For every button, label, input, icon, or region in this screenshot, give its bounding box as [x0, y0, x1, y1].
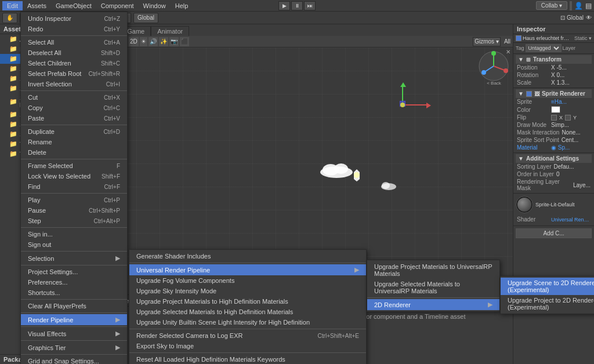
- folder-icon: 📁: [9, 140, 17, 148]
- upgrade-selected-hd[interactable]: Upgrade Selected Materials to High Defin…: [129, 307, 366, 317]
- rendering-mask-label: Rendering Layer Mask: [517, 179, 571, 191]
- add-component-button[interactable]: Add C...: [516, 228, 592, 238]
- menu-project-settings[interactable]: Project Settings...: [21, 267, 127, 277]
- select-children-label: Select Children: [28, 60, 71, 67]
- find-label: Find: [28, 183, 40, 190]
- render-camera-log-label: Render Selected Camera to Log EXR: [136, 332, 242, 339]
- generate-shader[interactable]: Generate Shader Includes: [129, 251, 366, 261]
- fx-toggle[interactable]: ✨: [159, 37, 168, 46]
- menu-deselect-all[interactable]: Deselect All Shift+D: [21, 48, 127, 58]
- upgrade-scene-2d[interactable]: Upgrade Scene to 2D Renderer (Experiment…: [501, 278, 594, 295]
- project-settings-label: Project Settings...: [28, 268, 78, 275]
- upgrade-sky[interactable]: Upgrade Sky Intensity Mode: [129, 286, 366, 296]
- menu-window[interactable]: Window: [139, 1, 171, 10]
- tag-select[interactable]: Untagged: [526, 44, 562, 52]
- menu-preferences[interactable]: Preferences...: [21, 277, 127, 287]
- render-camera-log[interactable]: Render Selected Camera to Log EXR Ctrl+S…: [129, 330, 366, 341]
- upgrade-fog[interactable]: Upgrade Fog Volume Components: [129, 275, 366, 286]
- menu-component[interactable]: Component: [96, 1, 139, 10]
- menu-render-pipeline[interactable]: Render Pipeline ▶: [21, 314, 127, 325]
- layers-icon[interactable]: ▤: [585, 2, 592, 10]
- audio-toggle[interactable]: 🔊: [148, 37, 158, 46]
- menu-cut[interactable]: Cut Ctrl+X: [21, 92, 127, 103]
- menu-play[interactable]: Play Ctrl+P: [21, 195, 127, 205]
- menu-help[interactable]: Help: [171, 1, 193, 10]
- menu-find[interactable]: Find Ctrl+F: [21, 181, 127, 192]
- flip-y-checkbox[interactable]: [565, 115, 571, 121]
- scale-label: Scale: [517, 79, 549, 86]
- sr-checkbox[interactable]: [526, 91, 532, 97]
- play-button[interactable]: ▶: [278, 1, 290, 10]
- upgrade-selected-urp[interactable]: Upgrade Selected Materials to UniversalR…: [367, 279, 499, 296]
- menu-gameobject[interactable]: GameObject: [51, 1, 96, 10]
- flip-x-label: X: [559, 115, 563, 121]
- menu-graphics-tier[interactable]: Graphics Tier ▶: [21, 342, 127, 353]
- separator-5: [21, 193, 127, 194]
- menu-grid-snap[interactable]: Grid and Snap Settings...: [21, 356, 127, 364]
- menu-assets[interactable]: Assets: [23, 1, 51, 10]
- menu-select-all[interactable]: Select All Ctrl+A: [21, 37, 127, 48]
- menu-shortcuts[interactable]: Shortcuts...: [21, 287, 127, 298]
- cloud-object-2: [380, 181, 397, 191]
- menu-frame-selected[interactable]: Frame Selected F: [21, 161, 127, 171]
- separator-1: [21, 35, 127, 36]
- 2d-toggle[interactable]: 2D: [129, 37, 139, 46]
- upgrade-fog-label: Upgrade Fog Volume Components: [136, 277, 234, 284]
- occlusion-toggle[interactable]: ⬛: [180, 37, 189, 46]
- folder-icon: 📁: [9, 55, 17, 63]
- svg-point-8: [491, 51, 496, 56]
- global-toggle[interactable]: Global: [133, 13, 158, 23]
- export-sky[interactable]: Export Sky to Image: [129, 341, 366, 351]
- upgrade-project-hd[interactable]: Upgrade Project Materials to High Defini…: [129, 296, 366, 307]
- x-arrowhead: [426, 103, 431, 108]
- gizmos-button[interactable]: Gizmos ▾: [473, 37, 501, 46]
- transform-icon: ⊞: [526, 57, 531, 63]
- account-icon[interactable]: 👤: [574, 2, 583, 10]
- scene-close[interactable]: ✕: [504, 48, 513, 56]
- menu-sign-out[interactable]: Sign out: [21, 239, 127, 250]
- menu-copy[interactable]: Copy Ctrl+C: [21, 103, 127, 113]
- menu-visual-effects[interactable]: Visual Effects ▶: [21, 328, 127, 339]
- upgrade-project-2d[interactable]: Upgrade Project to 2D Renderer (Experime…: [501, 295, 594, 312]
- collab-button[interactable]: Collab ▾: [536, 1, 567, 10]
- menu-selection[interactable]: Selection ▶: [21, 253, 127, 264]
- tab-animator[interactable]: Animator: [151, 26, 189, 36]
- reset-loaded-hd-label: Reset All Loaded High Definition Materia…: [136, 356, 285, 363]
- menu-rename[interactable]: Rename: [21, 137, 127, 147]
- menu-redo[interactable]: Redo Ctrl+Y: [21, 24, 127, 34]
- drawmode-label: Draw Mode: [517, 122, 549, 128]
- menu-step[interactable]: Step Ctrl+Alt+P: [21, 216, 127, 226]
- step-button[interactable]: ⏭: [304, 1, 316, 10]
- menu-duplicate[interactable]: Duplicate Ctrl+D: [21, 126, 127, 137]
- render-pipeline-label: Render Pipeline: [28, 316, 73, 323]
- scene-camera-toggle[interactable]: 📷: [169, 37, 179, 46]
- step-label: Step: [28, 217, 41, 224]
- menu-delete[interactable]: Delete: [21, 147, 127, 158]
- upgrade-project-urp[interactable]: Upgrade Project Materials to UniversalRP…: [367, 261, 499, 279]
- menu-pause[interactable]: Pause Ctrl+Shift+P: [21, 205, 127, 216]
- menu-paste[interactable]: Paste Ctrl+V: [21, 113, 127, 123]
- renderer-2d-item[interactable]: 2D Renderer ▶: [367, 299, 499, 310]
- lantern-object: [348, 166, 365, 185]
- color-swatch[interactable]: [551, 106, 560, 113]
- menu-select-prefab-root[interactable]: Select Prefab Root Ctrl+Shift+R: [21, 68, 127, 79]
- flip-x-checkbox[interactable]: [551, 115, 557, 121]
- lighting-toggle[interactable]: ☀: [140, 37, 147, 46]
- reset-loaded-hd[interactable]: Reset All Loaded High Definition Materia…: [129, 354, 366, 364]
- hand-tool[interactable]: ✋: [2, 13, 17, 23]
- menu-select-children[interactable]: Select Children Shift+C: [21, 58, 127, 68]
- menu-lock-view[interactable]: Lock View to Selected Shift+F: [21, 171, 127, 181]
- menu-undo[interactable]: Undo Inspector Ctrl+Z: [21, 13, 127, 24]
- upgrade-unity-builtin[interactable]: Upgrade Unity Builtin Scene Light Intens…: [129, 317, 366, 327]
- menu-clear-playerprefs[interactable]: Clear All PlayerPrefs: [21, 301, 127, 311]
- pause-button[interactable]: ⏸: [291, 1, 303, 10]
- active-checkbox[interactable]: [516, 35, 521, 41]
- svg-point-12: [481, 70, 486, 75]
- menu-sign-in[interactable]: Sign in...: [21, 229, 127, 239]
- order-layer-row: Order in Layer 0: [516, 170, 592, 178]
- folder-icon: 📁: [9, 98, 17, 105]
- menu-invert-selection[interactable]: Invert Selection Ctrl+I: [21, 79, 127, 89]
- menu-edit[interactable]: Edit: [2, 1, 23, 10]
- urp-submenu-item[interactable]: Universal Render Pipeline ▶: [129, 264, 366, 275]
- generate-shader-label: Generate Shader Includes: [136, 253, 211, 260]
